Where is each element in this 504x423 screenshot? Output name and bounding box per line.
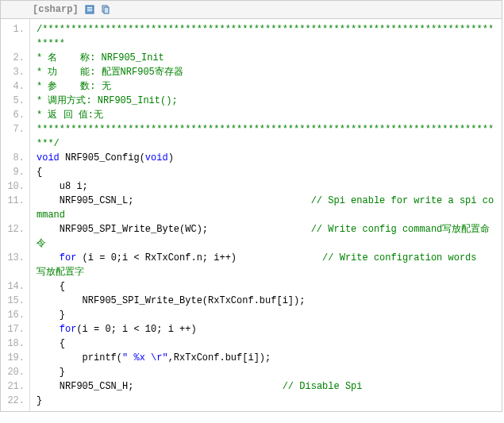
code-snippet-block: [csharp] 1. 2. 3. 4. 5. 6. 7. 8. 9. 10. … bbox=[0, 0, 502, 412]
code-text: { bbox=[37, 338, 76, 349]
line-number-gutter: 1. 2. 3. 4. 5. 6. 7. 8. 9. 10. 11. 12. 1… bbox=[1, 19, 30, 411]
code-text: printf( bbox=[37, 352, 122, 363]
line-number: 7. bbox=[4, 122, 25, 151]
line-number: 2. bbox=[4, 51, 25, 65]
code-text bbox=[37, 324, 60, 335]
line-number: 18. bbox=[4, 336, 25, 351]
code-content[interactable]: /***************************************… bbox=[30, 19, 502, 411]
code-text: /***************************************… bbox=[37, 24, 494, 49]
code-text: NRF905_Config( bbox=[60, 152, 145, 163]
svg-rect-3 bbox=[87, 10, 92, 11]
code-text: } bbox=[37, 367, 76, 378]
line-number: 4. bbox=[4, 79, 25, 94]
code-text: ****************************************… bbox=[37, 124, 494, 149]
line-number: 10. bbox=[4, 179, 25, 194]
code-text: * 功 能: 配置NRF905寄存器 bbox=[37, 67, 183, 78]
line-number: 16. bbox=[4, 308, 25, 322]
code-text: ) bbox=[168, 152, 186, 163]
code-text: (i = 0; i < 10; i ++) bbox=[76, 324, 208, 335]
code-text: (i = 0;i < RxTxConf.n; i++) bbox=[76, 252, 322, 263]
svg-rect-2 bbox=[87, 9, 92, 10]
line-number: 8. bbox=[4, 151, 25, 165]
code-text: ,RxTxConf.buf[i]); bbox=[168, 352, 283, 363]
code-text: " %x \r" bbox=[122, 352, 168, 363]
code-text: NRF905_CSN_H; bbox=[37, 381, 283, 392]
code-text: NRF905_SPI_Write_Byte(RxTxConf.buf[i]); bbox=[37, 295, 317, 306]
copy-icon[interactable] bbox=[101, 5, 110, 14]
code-text bbox=[37, 252, 60, 263]
line-number: 5. bbox=[4, 94, 25, 108]
line-number: 3. bbox=[4, 65, 25, 79]
code-text: for bbox=[60, 252, 77, 263]
line-number: 22. bbox=[4, 394, 25, 408]
line-number: 1. bbox=[4, 22, 25, 51]
code-text: NRF905_CSN_L; bbox=[37, 195, 311, 206]
code-header: [csharp] bbox=[1, 1, 502, 19]
code-text: void bbox=[145, 152, 168, 163]
line-number: 13. bbox=[4, 251, 25, 279]
code-text: u8 i; bbox=[37, 181, 99, 192]
code-text: // Disable Spi bbox=[283, 381, 374, 392]
code-text: * 参 数: 无 bbox=[37, 81, 111, 92]
code-text: NRF905_SPI_Write_Byte(WC); bbox=[37, 224, 311, 235]
view-plain-icon[interactable] bbox=[85, 5, 94, 14]
code-text: for bbox=[60, 324, 77, 335]
code-text: { bbox=[37, 167, 54, 178]
code-text: * 名 称: NRF905_Init bbox=[37, 52, 164, 63]
line-number: 11. bbox=[4, 194, 25, 222]
line-number: 21. bbox=[4, 379, 25, 394]
line-number: 15. bbox=[4, 294, 25, 308]
code-text: } bbox=[37, 310, 76, 321]
language-label: [csharp] bbox=[33, 4, 79, 15]
code-text: void bbox=[37, 152, 60, 163]
svg-rect-1 bbox=[87, 7, 92, 8]
code-body: 1. 2. 3. 4. 5. 6. 7. 8. 9. 10. 11. 12. 1… bbox=[1, 19, 502, 411]
code-text: * 调用方式: NRF905_Init(); bbox=[37, 95, 178, 106]
line-number: 12. bbox=[4, 222, 25, 251]
code-text: * 返 回 值:无 bbox=[37, 110, 103, 121]
line-number: 14. bbox=[4, 279, 25, 294]
line-number: 19. bbox=[4, 351, 25, 365]
line-number: 9. bbox=[4, 165, 25, 179]
svg-rect-5 bbox=[104, 7, 109, 13]
line-number: 20. bbox=[4, 365, 25, 379]
code-text: { bbox=[37, 281, 76, 292]
line-number: 6. bbox=[4, 108, 25, 122]
code-text: } bbox=[37, 395, 54, 406]
line-number: 17. bbox=[4, 322, 25, 336]
